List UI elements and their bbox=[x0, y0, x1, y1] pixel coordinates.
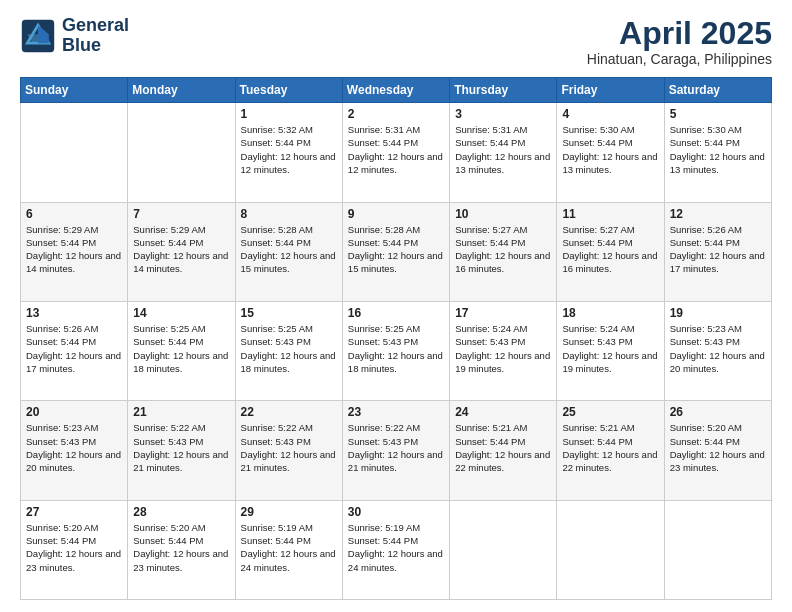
day-number: 29 bbox=[241, 505, 337, 519]
day-number: 28 bbox=[133, 505, 229, 519]
day-info: Sunrise: 5:29 AMSunset: 5:44 PMDaylight:… bbox=[133, 223, 229, 276]
calendar-cell: 27 Sunrise: 5:20 AMSunset: 5:44 PMDaylig… bbox=[21, 500, 128, 599]
day-number: 23 bbox=[348, 405, 444, 419]
day-number: 25 bbox=[562, 405, 658, 419]
day-number: 27 bbox=[26, 505, 122, 519]
day-info: Sunrise: 5:19 AMSunset: 5:44 PMDaylight:… bbox=[348, 521, 444, 574]
calendar-cell: 29 Sunrise: 5:19 AMSunset: 5:44 PMDaylig… bbox=[235, 500, 342, 599]
calendar-cell: 25 Sunrise: 5:21 AMSunset: 5:44 PMDaylig… bbox=[557, 401, 664, 500]
calendar-cell: 30 Sunrise: 5:19 AMSunset: 5:44 PMDaylig… bbox=[342, 500, 449, 599]
calendar-cell: 6 Sunrise: 5:29 AMSunset: 5:44 PMDayligh… bbox=[21, 202, 128, 301]
th-saturday: Saturday bbox=[664, 78, 771, 103]
calendar-cell: 26 Sunrise: 5:20 AMSunset: 5:44 PMDaylig… bbox=[664, 401, 771, 500]
weekday-header-row: Sunday Monday Tuesday Wednesday Thursday… bbox=[21, 78, 772, 103]
th-sunday: Sunday bbox=[21, 78, 128, 103]
day-info: Sunrise: 5:19 AMSunset: 5:44 PMDaylight:… bbox=[241, 521, 337, 574]
day-info: Sunrise: 5:20 AMSunset: 5:44 PMDaylight:… bbox=[133, 521, 229, 574]
page: General Blue April 2025 Hinatuan, Caraga… bbox=[0, 0, 792, 612]
calendar-cell bbox=[450, 500, 557, 599]
calendar-cell: 14 Sunrise: 5:25 AMSunset: 5:44 PMDaylig… bbox=[128, 301, 235, 400]
day-number: 18 bbox=[562, 306, 658, 320]
calendar-cell: 7 Sunrise: 5:29 AMSunset: 5:44 PMDayligh… bbox=[128, 202, 235, 301]
day-number: 24 bbox=[455, 405, 551, 419]
th-friday: Friday bbox=[557, 78, 664, 103]
calendar-title: April 2025 bbox=[587, 16, 772, 51]
calendar-cell: 28 Sunrise: 5:20 AMSunset: 5:44 PMDaylig… bbox=[128, 500, 235, 599]
day-info: Sunrise: 5:24 AMSunset: 5:43 PMDaylight:… bbox=[455, 322, 551, 375]
th-thursday: Thursday bbox=[450, 78, 557, 103]
day-info: Sunrise: 5:23 AMSunset: 5:43 PMDaylight:… bbox=[670, 322, 766, 375]
day-info: Sunrise: 5:22 AMSunset: 5:43 PMDaylight:… bbox=[133, 421, 229, 474]
calendar-cell: 23 Sunrise: 5:22 AMSunset: 5:43 PMDaylig… bbox=[342, 401, 449, 500]
day-number: 3 bbox=[455, 107, 551, 121]
calendar-table: Sunday Monday Tuesday Wednesday Thursday… bbox=[20, 77, 772, 600]
calendar-cell bbox=[664, 500, 771, 599]
calendar-row-0: 1 Sunrise: 5:32 AMSunset: 5:44 PMDayligh… bbox=[21, 103, 772, 202]
day-info: Sunrise: 5:31 AMSunset: 5:44 PMDaylight:… bbox=[348, 123, 444, 176]
calendar-cell: 3 Sunrise: 5:31 AMSunset: 5:44 PMDayligh… bbox=[450, 103, 557, 202]
logo-line2: Blue bbox=[62, 36, 129, 56]
day-info: Sunrise: 5:27 AMSunset: 5:44 PMDaylight:… bbox=[562, 223, 658, 276]
day-info: Sunrise: 5:31 AMSunset: 5:44 PMDaylight:… bbox=[455, 123, 551, 176]
day-info: Sunrise: 5:28 AMSunset: 5:44 PMDaylight:… bbox=[241, 223, 337, 276]
day-info: Sunrise: 5:26 AMSunset: 5:44 PMDaylight:… bbox=[670, 223, 766, 276]
day-info: Sunrise: 5:25 AMSunset: 5:43 PMDaylight:… bbox=[241, 322, 337, 375]
day-number: 7 bbox=[133, 207, 229, 221]
day-info: Sunrise: 5:20 AMSunset: 5:44 PMDaylight:… bbox=[670, 421, 766, 474]
day-info: Sunrise: 5:24 AMSunset: 5:43 PMDaylight:… bbox=[562, 322, 658, 375]
day-number: 13 bbox=[26, 306, 122, 320]
calendar-subtitle: Hinatuan, Caraga, Philippines bbox=[587, 51, 772, 67]
calendar-row-2: 13 Sunrise: 5:26 AMSunset: 5:44 PMDaylig… bbox=[21, 301, 772, 400]
calendar-cell bbox=[21, 103, 128, 202]
day-info: Sunrise: 5:25 AMSunset: 5:43 PMDaylight:… bbox=[348, 322, 444, 375]
day-info: Sunrise: 5:27 AMSunset: 5:44 PMDaylight:… bbox=[455, 223, 551, 276]
logo: General Blue bbox=[20, 16, 129, 56]
day-info: Sunrise: 5:25 AMSunset: 5:44 PMDaylight:… bbox=[133, 322, 229, 375]
logo-text: General Blue bbox=[62, 16, 129, 56]
calendar-row-1: 6 Sunrise: 5:29 AMSunset: 5:44 PMDayligh… bbox=[21, 202, 772, 301]
logo-line1: General bbox=[62, 16, 129, 36]
day-number: 11 bbox=[562, 207, 658, 221]
day-number: 26 bbox=[670, 405, 766, 419]
day-info: Sunrise: 5:32 AMSunset: 5:44 PMDaylight:… bbox=[241, 123, 337, 176]
calendar-cell: 1 Sunrise: 5:32 AMSunset: 5:44 PMDayligh… bbox=[235, 103, 342, 202]
calendar-row-4: 27 Sunrise: 5:20 AMSunset: 5:44 PMDaylig… bbox=[21, 500, 772, 599]
day-info: Sunrise: 5:22 AMSunset: 5:43 PMDaylight:… bbox=[241, 421, 337, 474]
calendar-cell: 19 Sunrise: 5:23 AMSunset: 5:43 PMDaylig… bbox=[664, 301, 771, 400]
day-number: 8 bbox=[241, 207, 337, 221]
day-number: 20 bbox=[26, 405, 122, 419]
day-number: 6 bbox=[26, 207, 122, 221]
day-info: Sunrise: 5:21 AMSunset: 5:44 PMDaylight:… bbox=[562, 421, 658, 474]
calendar-cell: 20 Sunrise: 5:23 AMSunset: 5:43 PMDaylig… bbox=[21, 401, 128, 500]
day-info: Sunrise: 5:21 AMSunset: 5:44 PMDaylight:… bbox=[455, 421, 551, 474]
calendar-cell: 22 Sunrise: 5:22 AMSunset: 5:43 PMDaylig… bbox=[235, 401, 342, 500]
calendar-cell bbox=[557, 500, 664, 599]
day-number: 9 bbox=[348, 207, 444, 221]
calendar-cell: 8 Sunrise: 5:28 AMSunset: 5:44 PMDayligh… bbox=[235, 202, 342, 301]
day-info: Sunrise: 5:20 AMSunset: 5:44 PMDaylight:… bbox=[26, 521, 122, 574]
day-info: Sunrise: 5:26 AMSunset: 5:44 PMDaylight:… bbox=[26, 322, 122, 375]
calendar-cell bbox=[128, 103, 235, 202]
calendar-row-3: 20 Sunrise: 5:23 AMSunset: 5:43 PMDaylig… bbox=[21, 401, 772, 500]
calendar-cell: 5 Sunrise: 5:30 AMSunset: 5:44 PMDayligh… bbox=[664, 103, 771, 202]
calendar-cell: 12 Sunrise: 5:26 AMSunset: 5:44 PMDaylig… bbox=[664, 202, 771, 301]
logo-icon bbox=[20, 18, 56, 54]
day-number: 10 bbox=[455, 207, 551, 221]
th-monday: Monday bbox=[128, 78, 235, 103]
day-number: 2 bbox=[348, 107, 444, 121]
day-info: Sunrise: 5:29 AMSunset: 5:44 PMDaylight:… bbox=[26, 223, 122, 276]
day-number: 14 bbox=[133, 306, 229, 320]
calendar-cell: 10 Sunrise: 5:27 AMSunset: 5:44 PMDaylig… bbox=[450, 202, 557, 301]
day-number: 22 bbox=[241, 405, 337, 419]
day-info: Sunrise: 5:30 AMSunset: 5:44 PMDaylight:… bbox=[670, 123, 766, 176]
calendar-cell: 2 Sunrise: 5:31 AMSunset: 5:44 PMDayligh… bbox=[342, 103, 449, 202]
calendar-cell: 24 Sunrise: 5:21 AMSunset: 5:44 PMDaylig… bbox=[450, 401, 557, 500]
day-info: Sunrise: 5:28 AMSunset: 5:44 PMDaylight:… bbox=[348, 223, 444, 276]
title-block: April 2025 Hinatuan, Caraga, Philippines bbox=[587, 16, 772, 67]
calendar-cell: 13 Sunrise: 5:26 AMSunset: 5:44 PMDaylig… bbox=[21, 301, 128, 400]
header: General Blue April 2025 Hinatuan, Caraga… bbox=[20, 16, 772, 67]
calendar-cell: 15 Sunrise: 5:25 AMSunset: 5:43 PMDaylig… bbox=[235, 301, 342, 400]
day-number: 1 bbox=[241, 107, 337, 121]
day-number: 21 bbox=[133, 405, 229, 419]
th-tuesday: Tuesday bbox=[235, 78, 342, 103]
